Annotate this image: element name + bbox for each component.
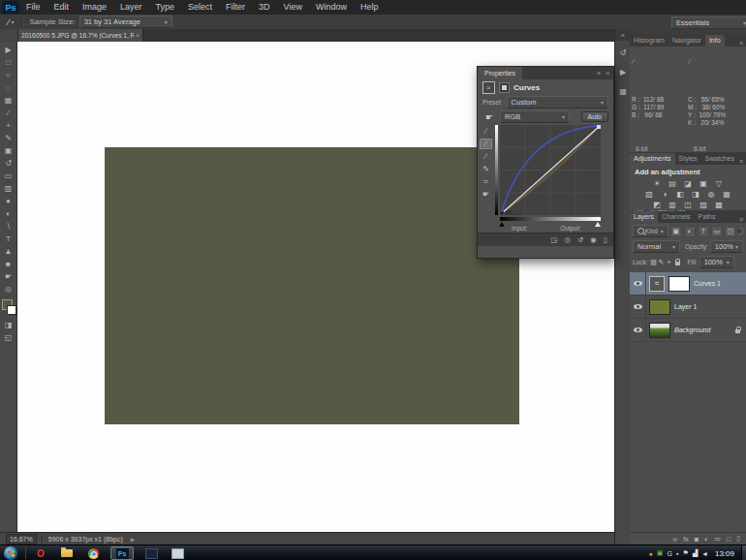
gradient-map-icon[interactable]: ▨ — [699, 200, 709, 209]
tool-preset-caret-icon[interactable]: ▾ — [12, 18, 15, 25]
layer-thumbnail[interactable] — [649, 299, 670, 315]
targeted-adjustment-icon[interactable]: ☛ — [482, 112, 496, 122]
fill-field[interactable]: 100% ▾ — [699, 256, 734, 268]
tab-paths[interactable]: Paths — [695, 211, 720, 223]
layer-name[interactable]: Curves 1 — [694, 280, 721, 287]
layer-name[interactable]: Background — [674, 327, 710, 333]
olive-rectangle[interactable] — [105, 147, 519, 424]
curves-grid[interactable] — [500, 125, 601, 215]
tab-swatches[interactable]: Swatches — [701, 153, 738, 165]
workspace-switcher[interactable]: Essentials ▾ — [671, 16, 746, 29]
tab-channels[interactable]: Channels — [658, 211, 695, 223]
menu-item[interactable]: Layer — [113, 0, 149, 15]
layer-row-background[interactable]: Background — [630, 319, 746, 342]
tab-styles[interactable]: Styles — [675, 153, 701, 165]
brush-tool[interactable]: ✎ — [1, 132, 16, 144]
pen-tool[interactable]: ∖ — [1, 220, 16, 233]
taskbar-clock[interactable]: 13:09 — [708, 549, 741, 558]
add-layer-mask-icon[interactable]: ◙ — [695, 536, 699, 543]
blur-tool[interactable]: ● — [1, 195, 16, 207]
menu-item[interactable]: Type — [149, 0, 182, 15]
shape-tool[interactable]: ■ — [1, 258, 16, 270]
menu-item[interactable]: 3D — [252, 0, 277, 15]
history-panel-icon[interactable]: ↺ — [616, 45, 630, 60]
lock-transparent-pixels-icon[interactable]: ▨ — [650, 259, 658, 266]
lock-all-icon[interactable] — [675, 262, 680, 265]
brightness-contrast-icon[interactable]: ☀ — [652, 178, 663, 188]
tab-histogram[interactable]: Histogram — [630, 35, 668, 47]
background-color-swatch[interactable] — [7, 305, 16, 315]
visibility-icon[interactable]: ◉ — [590, 235, 597, 244]
cmyk-depth[interactable]: 8-bit — [694, 145, 746, 152]
crop-tool[interactable]: ▦ — [1, 94, 16, 107]
curve-pencil-icon[interactable]: ✎ — [480, 164, 492, 174]
mask-badge-icon[interactable] — [499, 82, 510, 93]
white-point-eyedropper-icon[interactable]: ∕ — [480, 151, 492, 162]
zoom-level-field[interactable]: 16.67% — [6, 534, 37, 544]
expand-panels-icon[interactable]: « — [615, 29, 631, 41]
tab-properties[interactable]: Properties — [478, 67, 522, 79]
posterize-icon[interactable]: ▥ — [668, 200, 678, 209]
tray-orange-icon[interactable]: ● — [649, 550, 653, 557]
history-brush-tool[interactable]: ↺ — [1, 157, 16, 170]
invert-icon[interactable]: ◩ — [652, 200, 663, 209]
photo-filter-icon[interactable]: ◨ — [691, 189, 701, 199]
black-white-icon[interactable]: ◧ — [675, 189, 686, 199]
new-adjustment-layer-icon[interactable]: ◐ — [704, 536, 708, 543]
preset-dropdown[interactable]: Custom ▾ — [507, 96, 608, 109]
channel-mixer-icon[interactable]: ◍ — [706, 189, 717, 199]
menu-item[interactable]: Help — [354, 0, 386, 15]
color-lookup-icon[interactable]: ▦ — [722, 189, 732, 199]
black-point-eyedropper-icon[interactable]: ∕ — [480, 126, 492, 137]
vibrance-icon[interactable]: ▽ — [714, 178, 725, 188]
eraser-tool[interactable]: ▭ — [1, 170, 16, 182]
channel-dropdown[interactable]: RGB ▾ — [500, 110, 570, 123]
tray-dark-icon[interactable]: ▪ — [676, 550, 678, 557]
tab-layers[interactable]: Layers — [630, 211, 658, 223]
smooth-curve-icon[interactable]: ≈ — [480, 176, 492, 187]
tab-info[interactable]: Info — [705, 35, 725, 47]
dark-app-taskbar-icon[interactable] — [142, 546, 160, 560]
lock-position-icon[interactable]: + — [666, 259, 673, 266]
visibility-cell[interactable] — [630, 296, 646, 318]
tray-volume-icon[interactable]: ◄ — [701, 550, 708, 557]
clone-stamp-tool[interactable]: ▣ — [1, 144, 16, 157]
color-balance-icon[interactable]: ◑ — [660, 189, 670, 199]
target-adjust-icon[interactable]: ☛ — [480, 189, 492, 200]
clone-source-panel-icon[interactable]: ▦ — [616, 83, 630, 99]
filter-adjustment-layers-icon[interactable]: ◐ — [684, 226, 696, 237]
healing-brush-tool[interactable]: + — [1, 119, 16, 132]
menu-item[interactable]: Edit — [47, 0, 77, 15]
tray-g-icon[interactable]: G — [667, 550, 671, 557]
reset-icon[interactable]: ↺ — [577, 235, 583, 244]
photoshop-taskbar-icon[interactable]: Ps — [110, 546, 134, 560]
layer-effects-icon[interactable]: fx — [683, 536, 688, 543]
link-layers-icon[interactable]: ∞ — [672, 536, 677, 543]
delete-layer-icon[interactable]: ▯ — [736, 535, 740, 543]
panel-menu-icon[interactable]: ≡ — [739, 40, 743, 47]
zoom-tool[interactable]: ◎ — [1, 283, 16, 296]
menu-item[interactable]: View — [277, 0, 309, 15]
filter-shape-layers-icon[interactable]: ▭ — [711, 226, 723, 237]
visibility-cell[interactable] — [630, 319, 646, 341]
chrome-taskbar-icon[interactable] — [84, 546, 102, 560]
panel-menu-icon[interactable]: ≡ — [739, 158, 743, 165]
hue-saturation-icon[interactable]: ▧ — [644, 189, 655, 199]
visibility-cell[interactable] — [630, 272, 646, 295]
layer-filter-dropdown[interactable]: Kind ▾ — [633, 225, 668, 237]
eyedropper-icon[interactable]: ∕ — [8, 17, 10, 27]
document-tab[interactable]: 20160500 5.JPG @ 16.7% (Curves 1, RGB/8)… — [18, 29, 143, 42]
light-app-taskbar-icon[interactable] — [169, 546, 186, 560]
quick-selection-tool[interactable]: ◌ — [1, 81, 16, 94]
gradient-tool[interactable]: ▥ — [1, 182, 16, 195]
tray-network-icon[interactable]: ▟ — [693, 549, 698, 557]
layer-row-layer1[interactable]: Layer 1 — [630, 296, 746, 319]
gray-point-eyedropper-icon[interactable]: ∕ — [480, 139, 492, 149]
sample-size-dropdown[interactable]: 31 by 31 Average ▾ — [79, 16, 172, 28]
tab-adjustments[interactable]: Adjustments — [630, 153, 675, 165]
layer-row-curves[interactable]: ≈ Curves 1 — [630, 272, 746, 296]
tray-green-icon[interactable]: ▣ — [657, 549, 664, 557]
screen-mode-button[interactable]: ◱ — [1, 331, 16, 344]
tray-flag-icon[interactable]: ⚑ — [682, 549, 688, 557]
move-tool[interactable]: ▶ — [1, 44, 16, 56]
